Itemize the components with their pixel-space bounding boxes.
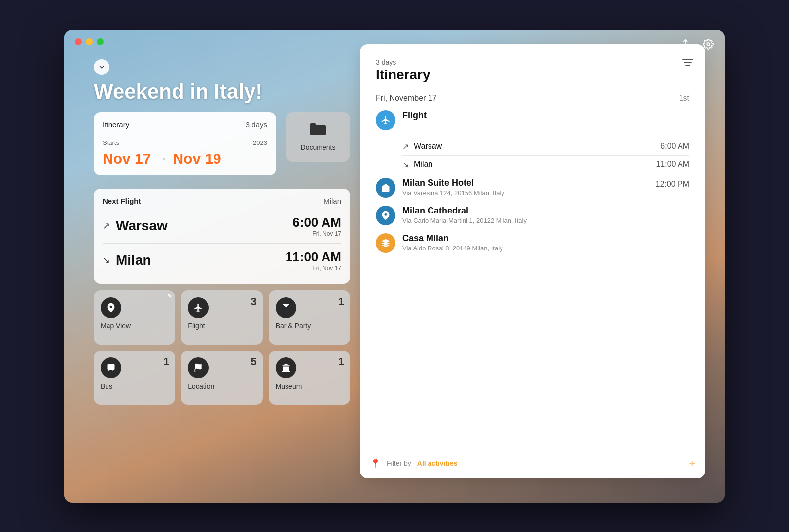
itinerary-panel: 3 days Itinerary Fri, November 17 1st Fl…: [360, 44, 705, 478]
day-header: Fri, November 17 1st: [376, 94, 689, 103]
flight-destination: Milan: [323, 197, 341, 205]
collapse-button[interactable]: [94, 59, 109, 75]
arrival-date: Fri, Nov 17: [286, 265, 341, 272]
arrival-time: 11:00 AM: [286, 249, 341, 265]
close-button[interactable]: [75, 38, 82, 45]
casa-milan-activity-content: Casa Milan Via Aldo Rossi 8, 20149 Milan…: [402, 233, 689, 252]
activity-flight[interactable]: Flight: [376, 110, 689, 130]
filter-icon[interactable]: [682, 58, 693, 70]
footer-filter-value[interactable]: All activities: [417, 460, 458, 467]
documents-button[interactable]: Documents: [286, 112, 350, 162]
flag-count: 5: [251, 355, 256, 368]
sub-departure-time: 6:00 AM: [660, 142, 689, 151]
departure-city: Warsaw: [116, 218, 287, 234]
date-from: Nov 17: [103, 150, 151, 167]
svg-point-7: [108, 370, 109, 371]
svg-point-16: [385, 213, 387, 215]
grid-buttons: Map View3Flight1Bar & Party1Bus5Location…: [94, 290, 350, 405]
casa-milan-activity-icon: [376, 233, 395, 253]
itinerary-card[interactable]: Itinerary 3 days Starts 2023 Nov 17 → No…: [94, 112, 276, 175]
arrival-arrow-icon: ↘: [103, 255, 110, 266]
main-window: Weekend in Italy! Itinerary 3 days Start…: [64, 30, 725, 503]
grid-btn-cocktail[interactable]: 1Bar & Party: [269, 290, 350, 345]
svg-rect-12: [282, 371, 290, 372]
plane-count: 3: [251, 295, 256, 308]
panel-title: Itinerary: [376, 67, 689, 83]
top-right-toolbar: [678, 36, 716, 52]
flight-activity-title: Flight: [402, 110, 689, 121]
minimize-button[interactable]: [86, 38, 93, 45]
hotel-activity-subtitle: Via Varesina 124, 20156 Milan, Italy: [402, 189, 649, 197]
grid-btn-flag[interactable]: 5Location: [181, 351, 262, 405]
fullscreen-button[interactable]: [97, 38, 104, 45]
map-pin-icon: [101, 297, 121, 318]
flight-divider: [103, 243, 341, 244]
flight-card: Next Flight Milan ↗ Warsaw 6:00 AM Fri, …: [94, 189, 350, 284]
traffic-lights: [75, 38, 104, 45]
grid-section: Map View3Flight1Bar & Party1Bus5Location…: [94, 290, 350, 405]
arrival-city: Milan: [116, 252, 280, 268]
settings-button[interactable]: [700, 36, 716, 52]
itinerary-days: 3 days: [246, 120, 267, 129]
activity-hotel[interactable]: Milan Suite Hotel Via Varesina 124, 2015…: [376, 178, 689, 198]
panel-inner: 3 days Itinerary Fri, November 17 1st Fl…: [360, 44, 705, 478]
map-pin-label: Map View: [101, 322, 131, 330]
svg-rect-11: [287, 368, 288, 371]
folder-icon: [309, 122, 327, 140]
activity-cathedral[interactable]: Milan Cathedral Via Carlo Maria Martini …: [376, 206, 689, 225]
bus-label: Bus: [101, 382, 112, 390]
share-button[interactable]: [678, 36, 693, 52]
plane-label: Flight: [188, 322, 205, 330]
trip-title: Weekend in Italy!: [94, 80, 350, 104]
cathedral-activity-icon: [376, 206, 395, 225]
cathedral-activity-content: Milan Cathedral Via Carlo Maria Martini …: [402, 206, 689, 224]
cathedral-activity-title: Milan Cathedral: [402, 206, 689, 216]
casa-milan-activity-subtitle: Via Aldo Rossi 8, 20149 Milan, Italy: [402, 245, 689, 252]
cocktail-icon: [276, 297, 296, 318]
itinerary-label: Itinerary: [103, 120, 129, 129]
date-arrow-icon: →: [157, 153, 167, 164]
footer-spacer: [376, 261, 689, 290]
arrival-row: ↘ Milan 11:00 AM Fri, Nov 17: [103, 246, 341, 276]
departure-time: 6:00 AM: [292, 215, 341, 230]
flight-activity-icon: [376, 110, 395, 130]
flight-sub-legs: ↗ Warsaw 6:00 AM ↘ Milan 11:00 AM: [402, 138, 689, 173]
sub-arrival-time: 11:00 AM: [656, 160, 689, 169]
svg-rect-10: [284, 368, 285, 371]
grid-btn-plane[interactable]: 3Flight: [181, 290, 262, 345]
flag-icon: [188, 357, 209, 378]
arrival-time-col: 11:00 AM Fri, Nov 17: [286, 249, 341, 272]
documents-label: Documents: [301, 143, 336, 151]
flight-activity-content: Flight: [402, 110, 689, 122]
footer-pin-icon: 📍: [370, 458, 381, 469]
sub-leg-arrival: ↘ Milan 11:00 AM: [402, 156, 689, 173]
departure-row: ↗ Warsaw 6:00 AM Fri, Nov 17: [103, 211, 341, 241]
bus-count: 1: [163, 355, 169, 368]
dates-row: Nov 17 → Nov 19: [103, 150, 267, 167]
footer-filter-label: Filter by: [387, 460, 411, 467]
museum-icon: [276, 357, 296, 378]
itinerary-row: Itinerary 3 days Starts 2023 Nov 17 → No…: [94, 112, 350, 182]
sub-departure-arrow-icon: ↗: [402, 142, 409, 151]
museum-count: 1: [338, 355, 344, 368]
starts-year: 2023: [253, 139, 267, 146]
svg-rect-6: [108, 364, 115, 370]
casa-milan-activity-title: Casa Milan: [402, 233, 689, 244]
grid-btn-bus[interactable]: 1Bus: [94, 351, 175, 405]
sub-leg-departure: ↗ Warsaw 6:00 AM: [402, 138, 689, 155]
departure-date: Fri, Nov 17: [292, 230, 341, 237]
grid-btn-map-pin[interactable]: Map View: [94, 290, 175, 345]
starts-label: Starts: [103, 139, 119, 146]
cocktail-count: 1: [338, 295, 344, 308]
plane-icon: [188, 297, 209, 318]
panel-footer: 📍 Filter by All activities +: [360, 449, 705, 478]
cocktail-label: Bar & Party: [276, 322, 311, 330]
cathedral-activity-subtitle: Via Carlo Maria Martini 1, 20122 Milan, …: [402, 217, 689, 224]
flight-card-header: Next Flight Milan: [103, 197, 341, 205]
add-activity-button[interactable]: +: [689, 457, 695, 470]
grid-btn-museum[interactable]: 1Museum: [269, 351, 350, 405]
hotel-activity-icon: [376, 178, 395, 198]
svg-point-1: [707, 43, 710, 46]
day-number: 1st: [679, 94, 689, 103]
activity-casa-milan[interactable]: Casa Milan Via Aldo Rossi 8, 20149 Milan…: [376, 233, 689, 253]
